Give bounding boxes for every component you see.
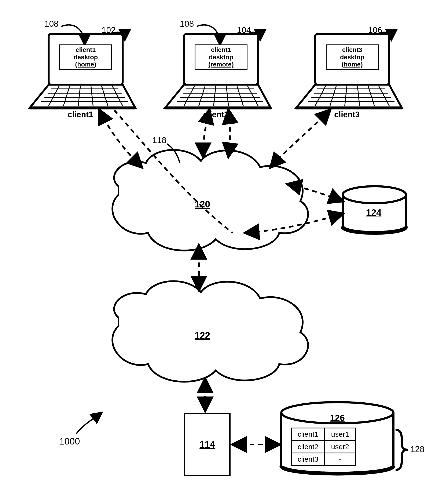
screen3-l3: (home) [327, 61, 377, 68]
ref-104: 104 [237, 25, 251, 35]
lead-1000 [76, 413, 102, 434]
server-114: 114 [184, 413, 231, 476]
table-row: client2 user2 [291, 440, 355, 453]
cell-user1: user1 [325, 428, 355, 440]
label-client1: client1 [68, 110, 93, 119]
screen2-l1: client1 [196, 46, 246, 54]
cell-client1: client1 [291, 428, 325, 440]
ref-1000: 1000 [59, 436, 80, 447]
label-client2: client2 [203, 110, 228, 119]
screen-client2: client1 desktop (remote) [195, 44, 248, 70]
cloud-120 [112, 150, 308, 250]
ref-114: 114 [200, 439, 215, 450]
screen1-l3: (home) [61, 61, 111, 68]
screen-client3: client3 desktop (home) [326, 44, 379, 70]
cell-user3: - [325, 453, 355, 465]
ref-108b: 108 [180, 19, 194, 29]
svg-point-0 [343, 186, 406, 203]
table-row: client1 user1 [291, 428, 355, 440]
ref-122: 122 [195, 330, 210, 341]
screen-client1: client1 desktop (home) [59, 44, 112, 70]
brace-128 [396, 430, 408, 470]
screen2-l3: (remote) [196, 61, 246, 68]
ref-102: 102 [102, 25, 116, 35]
cell-client3: client3 [291, 453, 325, 465]
ref-108a: 108 [44, 19, 59, 29]
screen1-l2: desktop [61, 54, 111, 61]
ref-128: 128 [410, 445, 424, 454]
ref-118: 118 [152, 135, 167, 145]
cell-client2: client2 [291, 440, 325, 453]
diagram-stage: client1 desktop (home) client1 desktop (… [0, 0, 448, 486]
cell-user2: user2 [325, 440, 355, 453]
ref-120: 120 [195, 199, 210, 210]
cloud-122 [112, 281, 308, 382]
screen1-l1: client1 [61, 46, 111, 54]
conn-c1-120 [99, 110, 142, 167]
screen3-l1: client3 [327, 46, 377, 54]
ref-106: 106 [368, 25, 382, 35]
conn-c3-120 [271, 110, 330, 167]
label-client3: client3 [334, 110, 360, 119]
ref-124: 124 [366, 207, 381, 218]
screen2-l2: desktop [196, 54, 246, 61]
ref-126: 126 [330, 413, 345, 423]
db-126-table: client1 user1 client2 user2 client3 - [291, 428, 356, 466]
screen3-l2: desktop [327, 54, 377, 61]
table-row: client3 - [291, 453, 355, 465]
